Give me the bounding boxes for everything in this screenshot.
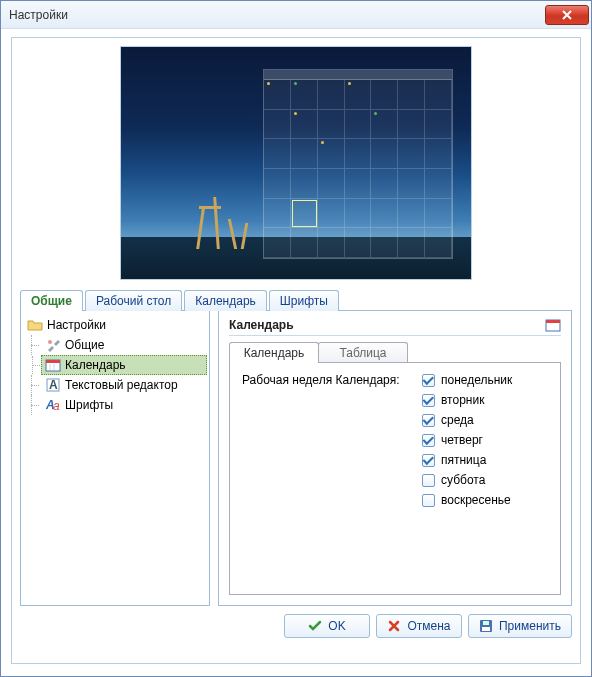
tree-item-label: Текстовый редактор	[65, 378, 178, 392]
save-icon	[479, 619, 493, 633]
tab-label: Шрифты	[280, 294, 328, 308]
cancel-button[interactable]: Отмена	[376, 614, 462, 638]
tree-item-label: Шрифты	[65, 398, 113, 412]
subtab-table[interactable]: Таблица	[318, 342, 408, 363]
tab-general[interactable]: Общие	[20, 290, 83, 311]
tree-item-fonts[interactable]: Aa Шрифты	[41, 395, 207, 415]
folder-icon	[27, 317, 43, 333]
text-editor-icon: A	[45, 377, 61, 393]
day-option: четверг	[422, 433, 512, 447]
day-checkbox[interactable]	[422, 374, 435, 387]
day-option: понедельник	[422, 373, 512, 387]
section-title: Календарь	[229, 318, 294, 332]
main-tabs: Общие Рабочий стол Календарь Шрифты	[20, 290, 572, 311]
day-label: среда	[441, 413, 474, 427]
window-title: Настройки	[9, 8, 68, 22]
day-checkbox[interactable]	[422, 454, 435, 467]
tab-calendar[interactable]: Календарь	[184, 290, 267, 311]
subtab-label: Таблица	[339, 346, 386, 360]
tab-label: Рабочий стол	[96, 294, 171, 308]
panels: Настройки Общие Календарь A Текстовый ре…	[20, 310, 572, 606]
sub-tabs: Календарь Таблица	[229, 342, 561, 363]
workweek-row: Рабочая неделя Календаря: понедельниквто…	[242, 373, 548, 507]
day-checkbox[interactable]	[422, 494, 435, 507]
svg-text:A: A	[49, 378, 58, 392]
day-checkbox[interactable]	[422, 474, 435, 487]
preview-calendar-grid	[263, 69, 453, 259]
day-label: вторник	[441, 393, 484, 407]
day-label: пятница	[441, 453, 486, 467]
tree-item-editor[interactable]: A Текстовый редактор	[41, 375, 207, 395]
svg-text:a: a	[53, 399, 60, 413]
day-label: суббота	[441, 473, 485, 487]
subtab-body: Рабочая неделя Календаря: понедельниквто…	[229, 362, 561, 595]
calendar-icon	[45, 357, 61, 373]
tree-item-general[interactable]: Общие	[41, 335, 207, 355]
fonts-icon: Aa	[45, 397, 61, 413]
tools-icon	[45, 337, 61, 353]
day-option: воскресенье	[422, 493, 512, 507]
tree-item-label: Календарь	[65, 358, 126, 372]
close-button[interactable]	[545, 5, 589, 25]
tree-root-label: Настройки	[47, 318, 106, 332]
details-panel: Календарь Календарь Таблица Рабочая неде…	[218, 310, 572, 606]
button-label: OK	[328, 619, 345, 633]
day-checkbox[interactable]	[422, 434, 435, 447]
apply-button[interactable]: Применить	[468, 614, 572, 638]
day-label: четверг	[441, 433, 483, 447]
settings-window: Настройки	[0, 0, 592, 677]
check-icon	[308, 619, 322, 633]
close-icon	[562, 10, 572, 20]
svg-rect-13	[483, 621, 489, 625]
tab-fonts[interactable]: Шрифты	[269, 290, 339, 311]
day-checkbox[interactable]	[422, 394, 435, 407]
subtab-label: Календарь	[244, 346, 305, 360]
workweek-days: понедельниквторниксредачетвергпятницасуб…	[422, 373, 512, 507]
tree-item-calendar[interactable]: Календарь	[41, 355, 207, 375]
workweek-label: Рабочая неделя Календаря:	[242, 373, 422, 507]
button-label: Применить	[499, 619, 561, 633]
ok-button[interactable]: OK	[284, 614, 370, 638]
titlebar: Настройки	[1, 1, 591, 29]
calendar-icon	[545, 317, 561, 333]
section-header: Календарь	[229, 317, 561, 336]
tab-label: Общие	[31, 294, 72, 308]
day-option: среда	[422, 413, 512, 427]
settings-tree: Настройки Общие Календарь A Текстовый ре…	[20, 310, 210, 606]
tab-desktop[interactable]: Рабочий стол	[85, 290, 182, 311]
svg-rect-10	[546, 320, 560, 323]
svg-point-0	[48, 340, 52, 344]
subtab-calendar[interactable]: Календарь	[229, 342, 319, 363]
day-label: понедельник	[441, 373, 512, 387]
day-option: пятница	[422, 453, 512, 467]
day-label: воскресенье	[441, 493, 511, 507]
tree-item-label: Общие	[65, 338, 104, 352]
day-option: вторник	[422, 393, 512, 407]
tree-root[interactable]: Настройки	[23, 315, 207, 335]
preview-sculpture	[191, 189, 271, 249]
svg-rect-12	[482, 627, 490, 631]
svg-rect-2	[46, 360, 60, 363]
dialog-buttons: OK Отмена Применить	[20, 614, 572, 638]
cross-icon	[387, 619, 401, 633]
day-option: суббота	[422, 473, 512, 487]
button-label: Отмена	[407, 619, 450, 633]
day-checkbox[interactable]	[422, 414, 435, 427]
tab-label: Календарь	[195, 294, 256, 308]
content-area: Общие Рабочий стол Календарь Шрифты Наст…	[11, 37, 581, 664]
desktop-preview	[120, 46, 472, 280]
